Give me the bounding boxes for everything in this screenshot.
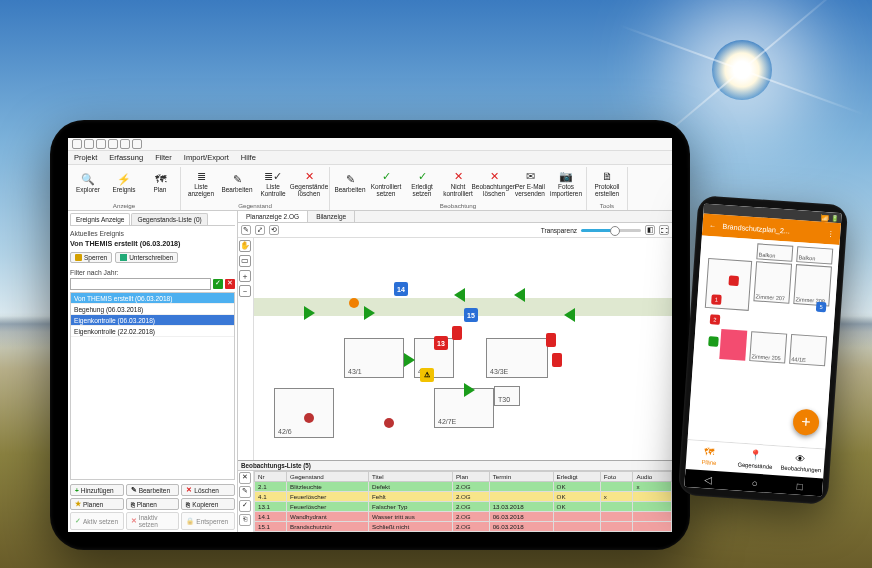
mobile-plan-marker[interactable]: 5 <box>816 302 827 313</box>
plan-marker[interactable]: 15 <box>464 308 478 322</box>
erledigt-button[interactable]: ✓Erledigt setzen <box>404 167 440 201</box>
mobile-plan-marker[interactable]: 1 <box>711 294 722 305</box>
mobile-plan-marker[interactable]: 2 <box>710 314 721 325</box>
nav-recent-icon[interactable]: □ <box>797 480 804 491</box>
filter-clear-button[interactable]: ✕ <box>225 279 235 289</box>
plan-tool-icon[interactable]: ⛶ <box>659 225 669 235</box>
qat-icon[interactable] <box>72 139 82 149</box>
event-list-item[interactable]: Von THEMIS erstellt (06.03.2018) <box>71 293 234 304</box>
zoom-out-icon[interactable]: － <box>239 285 251 297</box>
fab-add-button[interactable]: + <box>792 408 820 436</box>
bearbeiten-button[interactable]: ✎Bearbeiten <box>219 167 255 201</box>
mobile-room[interactable]: 44/1E <box>789 334 827 366</box>
room[interactable]: 43/3E <box>486 338 548 378</box>
room[interactable]: 42/6 <box>274 388 334 438</box>
obs-col-header[interactable]: Erledigt <box>553 472 600 482</box>
action-kopieren-button[interactable]: ⎘Kopieren <box>181 498 235 510</box>
gegenstaende-loeschen-button[interactable]: ✕Gegenstände löschen <box>291 167 327 201</box>
action-löschen-button[interactable]: ✕Löschen <box>181 484 235 496</box>
menu-importexport[interactable]: Import/Export <box>184 153 229 162</box>
unterschreiben-button[interactable]: Unterschreiben <box>115 252 178 263</box>
obs-col-header[interactable]: Termin <box>489 472 553 482</box>
overflow-menu-icon[interactable]: ⋮ <box>824 229 837 239</box>
obs-col-header[interactable]: Gegenstand <box>287 472 369 482</box>
filter-apply-button[interactable]: ✓ <box>213 279 223 289</box>
mobile-room[interactable]: Zimmer 207 <box>753 261 792 303</box>
back-button[interactable]: ← <box>706 220 719 230</box>
fire-extinguisher-icon[interactable] <box>546 333 556 347</box>
plan-tool-icon[interactable]: ◧ <box>645 225 655 235</box>
liste-anzeigen-button[interactable]: ≣Liste anzeigen <box>183 167 219 201</box>
email-button[interactable]: ✉Per E-Mail versenden <box>512 167 548 201</box>
nicht-kontrolliert-button[interactable]: ✕Nicht kontrolliert <box>440 167 476 201</box>
plan-marker[interactable]: 13 <box>434 336 448 350</box>
nav-pläne[interactable]: 🗺Pläne <box>686 440 734 472</box>
qat-icon[interactable] <box>120 139 130 149</box>
mobile-room[interactable]: Balkon <box>756 243 793 261</box>
obs-col-header[interactable]: Nr <box>255 472 287 482</box>
marker-dot-icon[interactable] <box>349 298 359 308</box>
menu-projekt[interactable]: Projekt <box>74 153 97 162</box>
plan-marker[interactable]: 14 <box>394 282 408 296</box>
plan-button[interactable]: 🗺Plan <box>142 167 178 201</box>
obs-col-header[interactable]: Foto <box>600 472 633 482</box>
obs-col-header[interactable]: Titel <box>369 472 453 482</box>
tab-gegenstands-liste[interactable]: Gegenstands-Liste (0) <box>131 213 207 225</box>
marker-dot-icon[interactable] <box>304 413 314 423</box>
menu-filter[interactable]: Filter <box>155 153 172 162</box>
obs-row[interactable]: 4.1FeuerlöscherFehlt2.OGOKx <box>255 492 672 502</box>
sperren-button[interactable]: Sperren <box>70 252 112 263</box>
action-planen-button[interactable]: ⎘Planen <box>126 498 180 510</box>
menu-erfassung[interactable]: Erfassung <box>109 153 143 162</box>
fire-extinguisher-icon[interactable] <box>552 353 562 367</box>
nav-back-icon[interactable]: ◁ <box>704 474 713 486</box>
qat-icon[interactable] <box>96 139 106 149</box>
beob-loeschen-button[interactable]: ✕Beobachtungen löschen <box>476 167 512 201</box>
room[interactable]: 43/1 <box>344 338 404 378</box>
obs-col-header[interactable]: Plan <box>452 472 489 482</box>
obs-row[interactable]: 2.1BlitzleuchteDefekt2.OGOKx <box>255 482 672 492</box>
action-planen-button[interactable]: ★Planen <box>70 498 124 510</box>
nav-home-icon[interactable]: ○ <box>751 477 758 488</box>
floor-plan[interactable]: 42/643/14343/3E42/7ET30141513⚠ <box>254 238 672 460</box>
year-filter-input[interactable] <box>70 278 211 290</box>
obs-tool-icon[interactable]: ✕ <box>239 472 251 484</box>
mobile-plan-marker[interactable] <box>728 275 739 286</box>
nav-beobachtungen[interactable]: 👁Beobachtungen <box>777 446 825 478</box>
hand-tool-icon[interactable]: ✋ <box>239 240 251 252</box>
marker-dot-icon[interactable] <box>384 418 394 428</box>
menu-hilfe[interactable]: Hilfe <box>241 153 256 162</box>
fire-extinguisher-icon[interactable] <box>452 326 462 340</box>
obs-tool-icon[interactable]: ✎ <box>239 486 251 498</box>
mobile-room[interactable]: Zimmer 208 <box>793 264 832 306</box>
obs-tool-icon[interactable]: ⎗ <box>239 514 251 526</box>
mobile-room[interactable]: Zimmer 205 <box>749 331 787 363</box>
plan-tool-icon[interactable]: ⟲ <box>269 225 279 235</box>
event-list-item[interactable]: Begehung (06.03.2018) <box>71 304 234 315</box>
event-list-item[interactable]: Eigenkontrolle (22.02.2018) <box>71 326 234 337</box>
action-hinzufügen-button[interactable]: +Hinzufügen <box>70 484 124 496</box>
transparency-slider[interactable] <box>581 229 641 232</box>
tab-ereignis-anzeige[interactable]: Ereignis Anzeige <box>70 213 130 225</box>
obs-row[interactable]: 13.1FeuerlöscherFalscher Typ2.OG13.03.20… <box>255 502 672 512</box>
plan-tool-icon[interactable]: ⤢ <box>255 225 265 235</box>
explorer-button[interactable]: 🔍Explorer <box>70 167 106 201</box>
event-list-item[interactable]: Eigenkontrolle (06.03.2018) <box>71 315 234 326</box>
tab-plananzeige[interactable]: Plananzeige 2.OG <box>238 211 308 222</box>
action-bearbeiten-button[interactable]: ✎Bearbeiten <box>126 484 180 496</box>
zoom-in-icon[interactable]: ＋ <box>239 270 251 282</box>
protokoll-button[interactable]: 🗎Protokoll erstellen <box>589 167 625 201</box>
qat-icon[interactable] <box>84 139 94 149</box>
mobile-floor-plan[interactable]: + BalkonBalkonZimmer 207Zimmer 20844/1E1… <box>688 235 840 448</box>
ereignis-button[interactable]: ⚡Ereignis <box>106 167 142 201</box>
qat-icon[interactable] <box>132 139 142 149</box>
qat-icon[interactable] <box>108 139 118 149</box>
plan-tool-icon[interactable]: ✎ <box>241 225 251 235</box>
kontrolliert-button[interactable]: ✓Kontrolliert setzen <box>368 167 404 201</box>
obs-col-header[interactable]: Audio <box>633 472 672 482</box>
obs-row[interactable]: 14.1WandhydrantWasser tritt aus2.OG06.03… <box>255 512 672 522</box>
mobile-plan-marker[interactable] <box>708 336 719 347</box>
beob-bearbeiten-button[interactable]: ✎Bearbeiten <box>332 167 368 201</box>
fotos-button[interactable]: 📷Fotos importieren <box>548 167 584 201</box>
nav-gegenstände[interactable]: 📍Gegenstände <box>731 443 779 475</box>
